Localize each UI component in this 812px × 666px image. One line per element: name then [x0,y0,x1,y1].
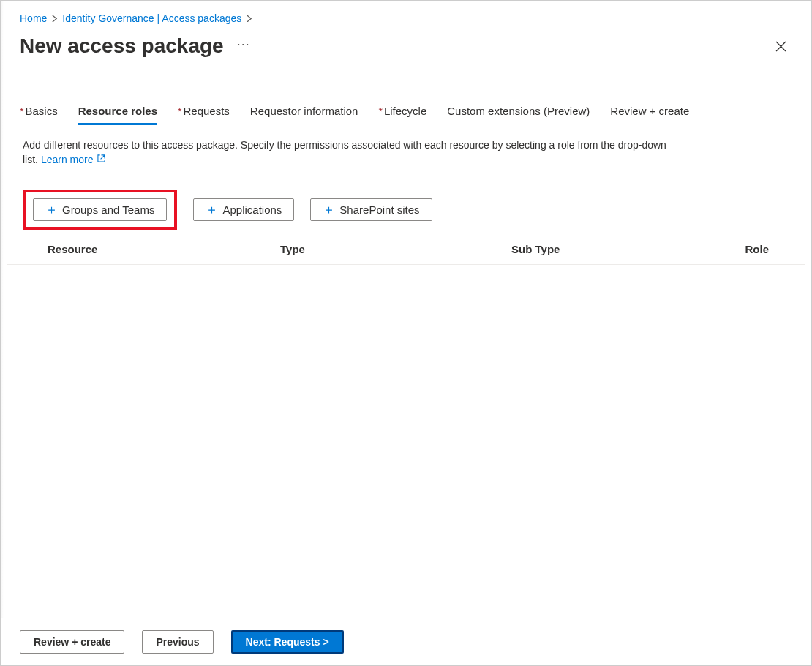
resources-table-header: Resource Type Sub Type Role [7,230,805,265]
column-header-type[interactable]: Type [280,243,511,255]
tab-label: Basics [25,105,57,117]
tab-label: Lifecycle [384,105,426,117]
button-label: SharePoint sites [339,203,419,216]
highlight-annotation: ＋ Groups and Teams [23,190,177,230]
page-title: New access package [20,34,224,58]
tab-basics[interactable]: * Basics [20,105,58,124]
page-description: Add different resources to this access p… [1,124,688,168]
review-create-button[interactable]: Review + create [20,630,124,654]
tab-requests[interactable]: * Requests [178,105,230,124]
plus-icon: ＋ [206,203,218,216]
chevron-right-icon [246,13,252,24]
plus-icon: ＋ [323,203,335,216]
tab-lifecycle[interactable]: * Lifecycle [378,105,426,124]
column-header-role[interactable]: Role [722,243,783,255]
add-resource-row: ＋ Groups and Teams ＋ Applications ＋ Shar… [1,168,811,230]
tab-label: Resource roles [78,105,157,117]
tab-label: Requests [183,105,229,117]
plus-icon: ＋ [45,203,58,216]
chevron-right-icon [51,13,58,24]
required-icon: * [20,105,23,117]
previous-button[interactable]: Previous [142,630,213,654]
external-link-icon [94,155,105,164]
breadcrumb: Home Identity Governance | Access packag… [1,1,811,30]
tab-label: Review + create [610,105,689,117]
tab-requestor-information[interactable]: Requestor information [250,105,358,124]
breadcrumb-path[interactable]: Identity Governance | Access packages [62,12,241,24]
breadcrumb-home[interactable]: Home [20,12,47,24]
button-label: Applications [222,203,282,216]
page-header: New access package ··· [1,30,811,71]
button-label: Groups and Teams [62,203,154,216]
tab-resource-roles[interactable]: Resource roles [78,105,157,124]
tab-bar: * Basics Resource roles * Requests Reque… [1,71,811,124]
close-button[interactable] [769,34,792,58]
required-icon: * [378,105,382,117]
column-header-subtype[interactable]: Sub Type [511,243,722,255]
next-button[interactable]: Next: Requests > [231,630,344,654]
description-text: Add different resources to this access p… [23,139,666,165]
add-applications-button[interactable]: ＋ Applications [193,198,294,221]
tab-label: Custom extensions (Preview) [447,105,590,117]
add-groups-teams-button[interactable]: ＋ Groups and Teams [33,198,167,221]
more-icon[interactable]: ··· [237,37,250,50]
column-header-resource[interactable]: Resource [48,243,280,255]
tab-review-create[interactable]: Review + create [610,105,689,124]
add-sharepoint-button[interactable]: ＋ SharePoint sites [310,198,432,221]
tab-custom-extensions[interactable]: Custom extensions (Preview) [447,105,590,124]
required-icon: * [178,105,181,117]
close-icon [775,41,786,52]
footer-bar: Review + create Previous Next: Requests … [1,618,811,665]
learn-more-link[interactable]: Learn more [41,154,105,165]
tab-label: Requestor information [250,105,358,117]
